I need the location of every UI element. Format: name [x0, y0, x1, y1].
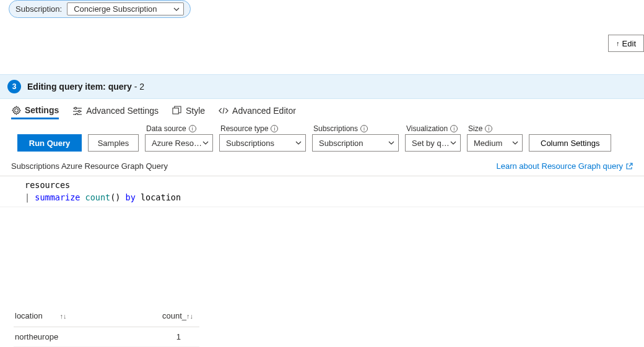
- resource-type-label: Resource type i: [219, 124, 306, 133]
- query-title: Subscriptions Azure Resource Graph Query: [11, 161, 168, 171]
- subscriptions-label: Subscriptions i: [312, 124, 399, 133]
- data-source-label: Data source i: [145, 124, 213, 133]
- query-meta-row: Subscriptions Azure Resource Graph Query…: [0, 155, 644, 176]
- edit-button[interactable]: ↑ Edit: [608, 35, 644, 52]
- subscriptions-dropdown[interactable]: Subscription: [312, 134, 399, 152]
- svg-rect-6: [173, 108, 178, 114]
- chevron-down-icon: [512, 141, 518, 145]
- tab-advanced-settings-label: Advanced Settings: [86, 106, 159, 116]
- code-token: resources: [25, 180, 70, 190]
- tab-advanced-settings[interactable]: Advanced Settings: [72, 106, 159, 119]
- banner-prefix: Editing query item: query: [27, 82, 132, 92]
- sort-icon: ↑↓: [186, 312, 193, 320]
- cell-location: northeurope: [14, 327, 125, 346]
- data-source-dropdown[interactable]: Azure Reso…: [145, 134, 213, 152]
- column-header-count[interactable]: count_↑↓: [125, 305, 199, 327]
- code-icon: [219, 106, 228, 116]
- style-icon: [172, 106, 182, 116]
- external-link-icon: [625, 163, 633, 170]
- banner-title: Editing query item: query - 2: [27, 82, 144, 92]
- column-header-count-label: count_: [162, 311, 186, 320]
- results-area: location ↑↓ count_↑↓ northeurope 1 korea…: [0, 300, 644, 348]
- controls-row: Run Query Samples Data source i Azure Re…: [0, 119, 644, 155]
- column-settings-button[interactable]: Column Settings: [529, 134, 611, 152]
- tab-style[interactable]: Style: [172, 106, 205, 119]
- gear-icon: [11, 105, 21, 115]
- code-token: |: [25, 192, 35, 202]
- column-header-location-label: location: [15, 311, 43, 320]
- info-icon[interactable]: i: [271, 125, 278, 132]
- subscription-select[interactable]: Concierge Subscription: [67, 2, 183, 15]
- run-query-button[interactable]: Run Query: [17, 134, 82, 152]
- code-token: summarize: [35, 192, 80, 202]
- edit-button-label: Edit: [622, 39, 636, 48]
- subscriptions-value: Subscription: [319, 139, 363, 148]
- info-icon[interactable]: i: [189, 125, 196, 132]
- editing-banner: 3 Editing query item: query - 2: [0, 74, 644, 99]
- data-source-value: Azure Reso…: [152, 139, 202, 148]
- chevron-down-icon: [295, 141, 302, 145]
- results-table: location ↑↓ count_↑↓ northeurope 1 korea…: [14, 305, 199, 348]
- tab-settings-label: Settings: [25, 105, 59, 115]
- visualization-value: Set by q…: [412, 139, 450, 148]
- chevron-down-icon: [450, 141, 456, 145]
- code-token: location: [136, 192, 181, 202]
- tab-style-label: Style: [186, 106, 205, 116]
- learn-resource-graph-link[interactable]: Learn about Resource Graph query: [496, 161, 633, 171]
- info-icon[interactable]: i: [360, 125, 368, 132]
- cell-count: 1: [125, 327, 199, 346]
- step-badge: 3: [7, 80, 21, 93]
- size-value: Medium: [474, 139, 502, 148]
- samples-label: Samples: [98, 139, 129, 148]
- tab-row: Settings Advanced Settings Style Advance…: [0, 99, 644, 119]
- visualization-dropdown[interactable]: Set by q…: [405, 134, 461, 152]
- sort-icon: ↑↓: [59, 312, 66, 320]
- subscription-selected-value: Concierge Subscription: [74, 4, 157, 14]
- svg-point-3: [79, 110, 80, 112]
- svg-point-5: [76, 113, 78, 115]
- chevron-down-icon: [202, 141, 209, 145]
- info-icon[interactable]: i: [450, 125, 458, 132]
- subscription-label: Subscription:: [15, 4, 62, 14]
- arrow-up-icon: ↑: [616, 40, 620, 47]
- resource-type-value: Subscriptions: [226, 139, 274, 148]
- table-row[interactable]: northeurope 1: [14, 327, 199, 346]
- svg-point-1: [75, 107, 77, 109]
- run-query-label: Run Query: [29, 139, 70, 148]
- resource-type-dropdown[interactable]: Subscriptions: [219, 134, 306, 152]
- sliders-icon: [72, 106, 82, 116]
- size-dropdown[interactable]: Medium: [467, 134, 523, 152]
- column-header-location[interactable]: location ↑↓: [14, 305, 125, 327]
- banner-suffix: - 2: [132, 82, 144, 92]
- code-token: by: [126, 192, 136, 202]
- tab-settings[interactable]: Settings: [11, 105, 59, 119]
- chevron-down-icon: [388, 141, 394, 145]
- column-settings-label: Column Settings: [541, 139, 599, 148]
- tab-advanced-editor-label: Advanced Editor: [232, 106, 296, 116]
- query-code-editor[interactable]: resources | summarize count() by locatio…: [0, 176, 644, 207]
- tab-advanced-editor[interactable]: Advanced Editor: [219, 106, 296, 119]
- subscription-filter-pill: Subscription: Concierge Subscription: [9, 0, 191, 18]
- info-icon[interactable]: i: [485, 125, 492, 132]
- code-token: (): [110, 192, 125, 202]
- code-token: count: [80, 192, 110, 202]
- size-label: Size i: [467, 124, 523, 133]
- chevron-down-icon: [173, 7, 180, 11]
- learn-link-text: Learn about Resource Graph query: [496, 161, 623, 171]
- samples-button[interactable]: Samples: [88, 134, 139, 152]
- visualization-label: Visualization i: [405, 124, 461, 133]
